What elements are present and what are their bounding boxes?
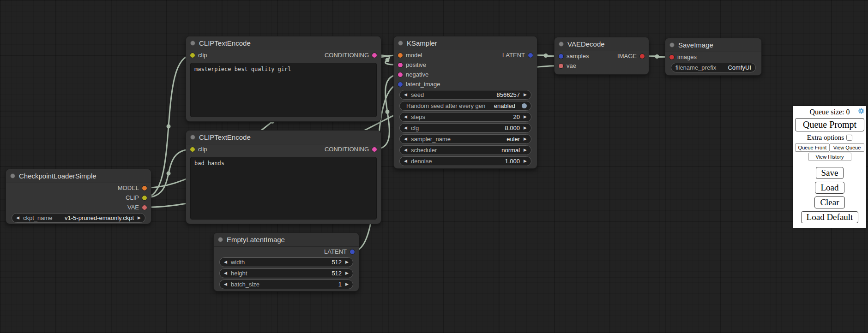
decrement-arrow-icon[interactable]: ◀: [404, 115, 407, 119]
filename-prefix-widget[interactable]: filename_prefix ComfyUI: [671, 63, 756, 72]
input-label: model: [406, 52, 422, 59]
increment-arrow-icon[interactable]: ▶: [524, 137, 527, 141]
decrement-arrow-icon[interactable]: ◀: [404, 126, 407, 130]
node-clip-text-encode-positive[interactable]: CLIPTextEncode clip CONDITIONING masterp…: [186, 36, 381, 122]
link-midpoint-dot[interactable]: [655, 54, 659, 59]
clip-input-dot[interactable]: [190, 147, 195, 152]
decrement-arrow-icon[interactable]: ◀: [224, 260, 227, 264]
node-ksampler[interactable]: KSampler model LATENT positive negative …: [393, 36, 537, 169]
node-title-bar[interactable]: CheckpointLoaderSimple: [6, 169, 151, 183]
widget-value: 1: [338, 281, 342, 288]
increment-arrow-icon[interactable]: ▶: [138, 216, 141, 220]
extra-options-checkbox[interactable]: [846, 135, 852, 141]
node-title-bar[interactable]: CLIPTextEncode: [186, 36, 381, 50]
link-midpoint-dot[interactable]: [544, 54, 548, 58]
batch-size-widget[interactable]: ◀ batch_size 1 ▶: [219, 279, 353, 289]
decrement-arrow-icon[interactable]: ◀: [404, 159, 407, 163]
latent-output-dot[interactable]: [350, 250, 355, 254]
width-widget[interactable]: ◀ width 512 ▶: [219, 257, 353, 267]
widget-value: normal: [501, 147, 520, 154]
clip-output-dot[interactable]: [142, 196, 147, 200]
decrement-arrow-icon[interactable]: ◀: [224, 282, 227, 286]
collapse-dot-icon[interactable]: [559, 42, 564, 47]
negative-input-dot[interactable]: [398, 72, 403, 77]
positive-input-dot[interactable]: [398, 63, 403, 67]
latent-output-dot[interactable]: [528, 53, 533, 58]
link-midpoint-dot[interactable]: [167, 125, 171, 129]
output-label: CLIP: [126, 194, 139, 201]
conditioning-output-dot[interactable]: [372, 53, 377, 58]
steps-widget[interactable]: ◀ steps 20 ▶: [399, 112, 531, 122]
images-input-dot[interactable]: [669, 55, 674, 59]
positive-prompt-textarea[interactable]: masterpiece best quality girl: [190, 63, 377, 117]
cfg-widget[interactable]: ◀ cfg 8.000 ▶: [399, 123, 531, 133]
link-midpoint-dot[interactable]: [167, 172, 171, 176]
clip-input-dot[interactable]: [190, 53, 195, 58]
model-input-dot[interactable]: [398, 53, 403, 58]
output-label: CONDITIONING: [325, 146, 369, 153]
slot-row: positive: [394, 60, 537, 70]
view-queue-button[interactable]: View Queue: [830, 143, 864, 152]
queue-front-button[interactable]: Queue Front: [795, 143, 830, 152]
collapse-dot-icon[interactable]: [398, 41, 403, 46]
widget-value: 8566257: [496, 91, 520, 98]
queue-prompt-button[interactable]: Queue Prompt: [795, 118, 864, 131]
node-title-bar[interactable]: VAEDecode: [555, 37, 649, 51]
vae-input-dot[interactable]: [559, 64, 563, 68]
node-title-bar[interactable]: KSampler: [394, 36, 537, 50]
node-checkpoint-loader-simple[interactable]: CheckpointLoaderSimple MODEL CLIP VAE ◀ …: [6, 169, 151, 224]
output-slot-row: VAE: [6, 202, 151, 212]
load-button[interactable]: Load: [815, 182, 844, 194]
collapse-dot-icon[interactable]: [190, 135, 195, 140]
decrement-arrow-icon[interactable]: ◀: [404, 137, 407, 141]
node-save-image[interactable]: SaveImage images filename_prefix ComfyUI: [665, 38, 762, 76]
widget-label: seed: [411, 91, 424, 98]
view-history-button[interactable]: View History: [808, 153, 851, 161]
node-title-bar[interactable]: EmptyLatentImage: [214, 233, 359, 247]
random-seed-toggle-widget[interactable]: Random seed after every gen enabled: [399, 101, 531, 111]
collapse-dot-icon[interactable]: [218, 237, 223, 242]
samples-input-dot[interactable]: [559, 54, 563, 59]
node-vae-decode[interactable]: VAEDecode samples IMAGE vae: [554, 37, 649, 75]
load-default-button[interactable]: Load Default: [801, 211, 859, 223]
link-midpoint-dot[interactable]: [386, 58, 390, 62]
conditioning-output-dot[interactable]: [372, 147, 377, 152]
model-output-dot[interactable]: [142, 186, 147, 190]
increment-arrow-icon[interactable]: ▶: [524, 148, 527, 152]
settings-gear-icon[interactable]: [858, 107, 865, 114]
ckpt-name-widget[interactable]: ◀ ckpt_name v1-5-pruned-emaonly.ckpt ▶: [12, 213, 145, 223]
seed-widget[interactable]: ◀ seed 8566257 ▶: [399, 90, 531, 100]
increment-arrow-icon[interactable]: ▶: [524, 115, 527, 119]
increment-arrow-icon[interactable]: ▶: [345, 260, 349, 264]
save-button[interactable]: Save: [816, 167, 844, 179]
node-clip-text-encode-negative[interactable]: CLIPTextEncode clip CONDITIONING bad han…: [186, 130, 381, 224]
increment-arrow-icon[interactable]: ▶: [524, 126, 527, 130]
image-output-dot[interactable]: [640, 54, 645, 59]
sampler-name-widget[interactable]: ◀ sampler_name euler ▶: [399, 134, 531, 144]
decrement-arrow-icon[interactable]: ◀: [224, 271, 227, 275]
decrement-arrow-icon[interactable]: ◀: [16, 216, 19, 220]
latent-image-input-dot[interactable]: [398, 82, 403, 87]
decrement-arrow-icon[interactable]: ◀: [404, 148, 407, 152]
collapse-dot-icon[interactable]: [669, 42, 675, 48]
link-midpoint-dot[interactable]: [386, 110, 390, 114]
vae-output-dot[interactable]: [142, 205, 147, 210]
clear-button[interactable]: Clear: [814, 196, 844, 208]
toggle-dot-icon[interactable]: [522, 103, 527, 108]
increment-arrow-icon[interactable]: ▶: [345, 271, 349, 275]
negative-prompt-textarea[interactable]: bad hands: [190, 157, 377, 220]
widget-label: width: [231, 259, 245, 266]
output-label: CONDITIONING: [325, 52, 369, 59]
collapse-dot-icon[interactable]: [10, 173, 15, 178]
increment-arrow-icon[interactable]: ▶: [524, 159, 527, 163]
height-widget[interactable]: ◀ height 512 ▶: [219, 268, 353, 278]
collapse-dot-icon[interactable]: [190, 41, 195, 46]
increment-arrow-icon[interactable]: ▶: [524, 93, 527, 97]
increment-arrow-icon[interactable]: ▶: [345, 282, 349, 286]
node-title-bar[interactable]: CLIPTextEncode: [186, 131, 381, 144]
node-title-bar[interactable]: SaveImage: [665, 38, 761, 52]
denoise-widget[interactable]: ◀ denoise 1.000 ▶: [399, 156, 531, 166]
scheduler-widget[interactable]: ◀ scheduler normal ▶: [399, 145, 531, 155]
node-empty-latent-image[interactable]: EmptyLatentImage LATENT ◀ width 512 ▶ ◀ …: [213, 232, 359, 291]
decrement-arrow-icon[interactable]: ◀: [404, 93, 407, 97]
